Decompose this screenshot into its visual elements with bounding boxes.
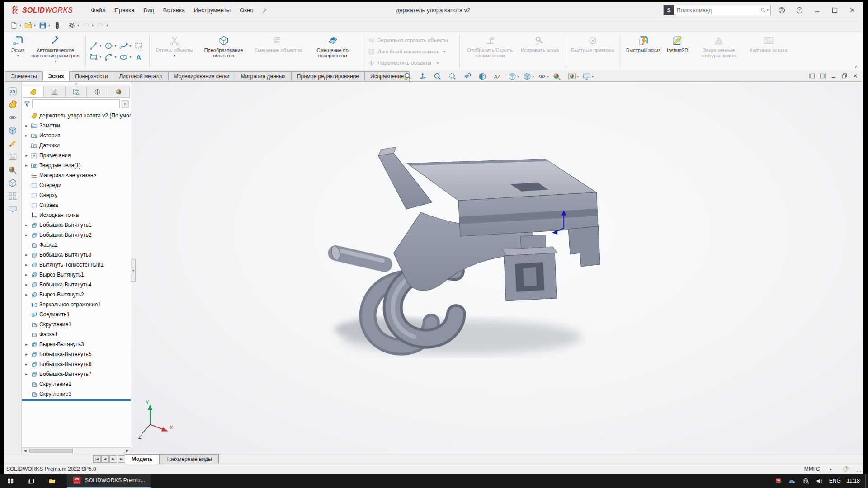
dropdown-caret-icon[interactable]: ▾: [129, 44, 131, 48]
tab-nav-button[interactable]: ◀: [101, 455, 109, 463]
tab-nav-button[interactable]: ▶: [109, 455, 117, 463]
tree-item[interactable]: ▸ Вырез-Вытянуть1: [22, 270, 131, 280]
dropdown-caret-icon[interactable]: ▾: [17, 54, 19, 58]
clock[interactable]: 11:18: [847, 478, 860, 484]
ribbon-button[interactable]: Автоматическое нанесение размеров ▾: [28, 33, 83, 64]
start-button[interactable]: [0, 474, 21, 488]
rollback-bar[interactable]: [22, 399, 131, 401]
left-toolbar-button[interactable]: [8, 204, 18, 214]
menu-item[interactable]: Файл: [86, 5, 110, 16]
expand-caret-icon[interactable]: ▸: [24, 372, 29, 376]
ribbon-button[interactable]: Эскиз ▾: [8, 33, 28, 58]
panel-expand-icon[interactable]: ›: [121, 100, 129, 108]
ribbon-collapse-icon[interactable]: ∧: [854, 64, 858, 70]
taskbar-app-solidworks[interactable]: SW2022 SOLIDWORKS Premiu...: [67, 474, 151, 488]
tag-icon[interactable]: [842, 465, 849, 473]
menu-item[interactable]: Окно: [235, 5, 258, 16]
panel-splitter[interactable]: ◂: [131, 259, 136, 282]
document-tab[interactable]: Модель: [125, 454, 159, 464]
tree-item[interactable]: ▸ Вытянуть-Тонкостенный1: [22, 260, 131, 270]
expand-caret-icon[interactable]: ▸: [24, 342, 29, 347]
feature-manager-tab[interactable]: [66, 86, 87, 98]
feature-manager-tab[interactable]: [87, 86, 108, 98]
tree-item[interactable]: ▸ Бобышка-Вытянуть2: [22, 230, 131, 240]
tree-item[interactable]: ▸ Спереди: [22, 180, 131, 190]
feature-manager-tab[interactable]: [23, 86, 44, 98]
expand-caret-icon[interactable]: ▸: [24, 253, 29, 257]
sketch-entity-button[interactable]: ▾: [118, 52, 132, 62]
show-desktop-button[interactable]: [865, 474, 868, 488]
expand-caret-icon[interactable]: ▸: [24, 163, 29, 168]
expand-caret-icon[interactable]: ▸: [24, 272, 29, 277]
resize-grip[interactable]: [857, 471, 861, 472]
view-tool-button[interactable]: ▾: [432, 72, 445, 81]
tree-item[interactable]: ▸ Фаска2: [22, 240, 131, 250]
ribbon-button[interactable]: Отобразить/Скрыть взаимосвязи: [462, 33, 518, 59]
expand-caret-icon[interactable]: ▸: [24, 282, 29, 287]
tree-item[interactable]: ▸ Бобышка-Вытянуть1: [22, 220, 131, 230]
pin-icon[interactable]: [260, 7, 268, 14]
view-tool-button[interactable]: ▾: [447, 72, 460, 81]
view-tool-button[interactable]: ▾: [402, 72, 415, 81]
units-caret-icon[interactable]: ▴: [830, 467, 832, 471]
ribbon-button[interactable]: Исправить эскиз: [518, 33, 562, 53]
tree-item[interactable]: ▸ Датчики: [22, 141, 131, 150]
view-tool-button[interactable]: ▾: [566, 72, 580, 81]
tree-item[interactable]: ▸ Вырез-Вытянуть2: [22, 290, 131, 300]
ribbon-button[interactable]: Линейный массив эскиза ▾: [364, 46, 458, 57]
doc-window-button[interactable]: [808, 72, 816, 80]
tree-item[interactable]: ▸ Бобышка-Вытянуть5: [22, 349, 131, 359]
command-tab[interactable]: Листовой металл: [113, 71, 168, 81]
left-toolbar-button[interactable]: [8, 139, 18, 149]
task-view-button[interactable]: [21, 474, 42, 488]
dropdown-caret-icon[interactable]: ▾: [114, 44, 116, 48]
tree-filter-input[interactable]: [32, 99, 120, 108]
tree-item[interactable]: ▸ Скругление2: [22, 379, 131, 389]
sketch-entity-button[interactable]: ▾: [132, 52, 147, 62]
tree-item[interactable]: ▸ Исходная точка: [22, 210, 131, 220]
language-indicator[interactable]: ENG: [829, 478, 841, 484]
dropdown-caret-icon[interactable]: ▾: [19, 23, 21, 28]
left-toolbar-button[interactable]: [8, 113, 18, 122]
expand-caret-icon[interactable]: ▸: [24, 133, 29, 138]
tree-item[interactable]: ▸ Скругление3: [22, 389, 131, 399]
search-icon[interactable]: [760, 7, 767, 14]
tree-item[interactable]: ▸ Бобышка-Вытянуть4: [22, 280, 131, 290]
ribbon-button[interactable]: Быстрый эскиз: [623, 33, 664, 53]
tree-item[interactable]: ▸ Материал <не указан>: [22, 170, 131, 180]
panel-grip[interactable]: [22, 82, 131, 86]
scroll-right-icon[interactable]: ▶: [124, 449, 131, 453]
command-tab[interactable]: Прямое редактирование: [291, 71, 364, 81]
dropdown-caret-icon[interactable]: ▾: [34, 23, 36, 28]
ribbon-button[interactable]: Instant2D: [664, 33, 691, 53]
menu-item[interactable]: Вид: [139, 5, 159, 16]
view-tool-button[interactable]: ▾: [507, 72, 520, 81]
qat-button[interactable]: ▾: [8, 20, 23, 31]
tree-item[interactable]: ▸ Справа: [22, 200, 131, 210]
tree-item[interactable]: ▸ Бобышка-Вытянуть7: [22, 369, 131, 379]
units-indicator[interactable]: ММГС: [804, 466, 820, 472]
sketch-entity-button[interactable]: ▾: [88, 41, 103, 51]
tree-item[interactable]: ▸ Твердые тела(1): [22, 160, 131, 170]
car-tray-icon[interactable]: [788, 477, 796, 485]
tree-item[interactable]: ▸ Заметки: [22, 121, 131, 131]
expand-caret-icon[interactable]: ▸: [24, 223, 29, 227]
expand-caret-icon[interactable]: ▸: [24, 153, 29, 158]
network-globe-icon[interactable]: [802, 477, 810, 485]
qat-button[interactable]: ▾: [80, 20, 95, 31]
dropdown-caret-icon[interactable]: ▾: [54, 59, 56, 63]
graphics-viewport[interactable]: Y x Z: [131, 82, 863, 454]
volume-icon[interactable]: [816, 477, 823, 485]
view-tool-button[interactable]: ▾: [417, 72, 430, 81]
dropdown-caret-icon[interactable]: ▾: [106, 23, 108, 28]
file-explorer-button[interactable]: [42, 474, 62, 488]
ribbon-button[interactable]: Быстрые привязки: [568, 33, 617, 53]
dropdown-caret-icon[interactable]: ▾: [99, 55, 101, 59]
expand-caret-icon[interactable]: ▸: [24, 352, 29, 357]
tree-item[interactable]: ▸ Соединить1: [22, 310, 131, 319]
tree-item[interactable]: ▸ Скругление1: [22, 319, 131, 329]
ribbon-button[interactable]: Переместить объекты ▾: [364, 57, 458, 68]
minimize-button[interactable]: [810, 4, 824, 17]
ribbon-button[interactable]: Смещение объектов ▾: [251, 33, 305, 58]
account-button[interactable]: [775, 4, 788, 17]
